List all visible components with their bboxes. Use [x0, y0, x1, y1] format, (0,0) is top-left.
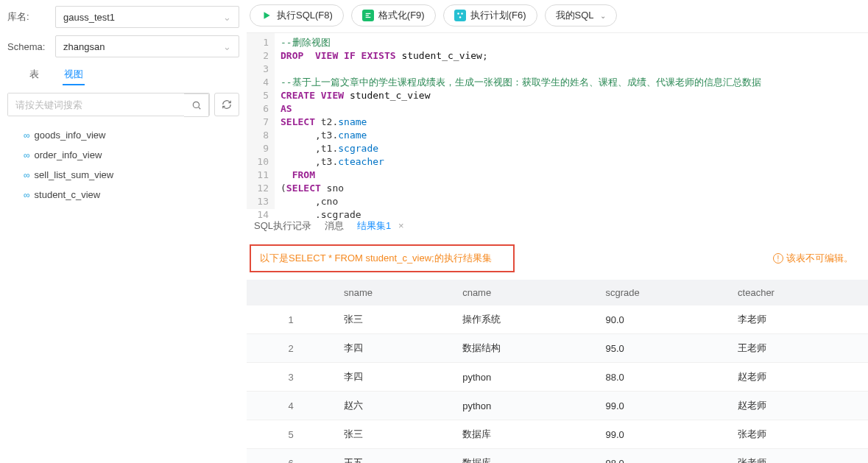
run-sql-label: 执行SQL(F8)	[277, 9, 333, 22]
editor-gutter: 1234567891011121314	[247, 33, 275, 209]
column-cname[interactable]: cname	[454, 280, 596, 305]
run-sql-button[interactable]: 执行SQL(F8)	[250, 4, 344, 26]
cell-scgrade: 98.0	[596, 449, 729, 464]
cell-index: 2	[247, 334, 335, 363]
tab-sql-history[interactable]: SQL执行记录	[254, 219, 311, 233]
refresh-button[interactable]	[214, 93, 239, 116]
result-notice: 以下是SELECT * FROM student_c_view;的执行结果集	[250, 244, 515, 272]
svg-point-0	[193, 102, 199, 107]
svg-point-8	[459, 16, 461, 18]
cell-cteacher: 赵老师	[729, 363, 868, 392]
column-index[interactable]	[247, 280, 335, 305]
view-icon: ∞	[24, 170, 30, 180]
cell-scgrade: 99.0	[596, 392, 729, 420]
cell-index: 6	[247, 449, 335, 464]
format-button[interactable]: 格式化(F9)	[351, 4, 436, 26]
tree-item-label: student_c_view	[35, 189, 101, 200]
sidebar: 库名: gauss_test1 ⌄ Schema: zhangsan ⌄ 表 视…	[0, 0, 247, 463]
view-icon: ∞	[24, 130, 30, 141]
cell-cteacher: 张老师	[729, 449, 868, 464]
cell-cname: 数据库	[454, 449, 596, 464]
tab-result-set-1[interactable]: 结果集1 ×	[357, 219, 403, 233]
play-icon	[261, 10, 272, 21]
tab-messages[interactable]: 消息	[325, 219, 344, 233]
db-select-value: gauss_test1	[63, 12, 115, 23]
tab-view[interactable]: 视图	[63, 65, 85, 85]
table-row[interactable]: 3 李四 python 88.0 赵老师	[247, 363, 868, 392]
cell-cname: 数据库	[454, 420, 596, 449]
db-label: 库名:	[7, 10, 55, 24]
chevron-down-icon: ⌄	[600, 12, 606, 20]
close-icon[interactable]: ×	[398, 220, 404, 231]
search-input[interactable]	[8, 93, 184, 116]
table-row[interactable]: 5 张三 数据库 99.0 张老师	[247, 420, 868, 449]
cell-cteacher: 赵老师	[729, 392, 868, 420]
cell-index: 3	[247, 363, 335, 392]
cell-cname: python	[454, 392, 596, 420]
sql-editor[interactable]: 1234567891011121314 --删除视图DROP VIEW IF E…	[247, 32, 868, 209]
search-box	[7, 93, 210, 116]
format-icon	[362, 10, 374, 21]
cell-sname: 李四	[335, 363, 454, 392]
column-sname[interactable]: sname	[335, 280, 454, 305]
readonly-warning: ! 该表不可编辑。	[773, 252, 853, 265]
svg-point-7	[461, 13, 463, 15]
my-sql-label: 我的SQL	[556, 9, 594, 22]
tree-item[interactable]: ∞student_c_view	[21, 185, 239, 205]
svg-marker-2	[264, 12, 270, 18]
cell-cname: python	[454, 363, 596, 392]
cell-sname: 李四	[335, 334, 454, 363]
table-row[interactable]: 1 张三 操作系统 90.0 李老师	[247, 305, 868, 334]
refresh-icon	[222, 99, 232, 110]
warning-icon: !	[773, 253, 783, 264]
svg-point-6	[457, 13, 459, 15]
cell-scgrade: 95.0	[596, 334, 729, 363]
view-icon: ∞	[24, 190, 30, 200]
table-row[interactable]: 2 李四 数据结构 95.0 王老师	[247, 334, 868, 363]
readonly-warning-text: 该表不可编辑。	[786, 252, 853, 265]
cell-cteacher: 张老师	[729, 420, 868, 449]
explain-plan-button[interactable]: 执行计划(F6)	[443, 4, 537, 26]
tree-item[interactable]: ∞order_info_view	[21, 145, 239, 165]
format-label: 格式化(F9)	[378, 9, 425, 22]
db-select[interactable]: gauss_test1 ⌄	[55, 6, 239, 28]
cell-sname: 赵六	[335, 392, 454, 420]
tree-item[interactable]: ∞sell_list_sum_view	[21, 165, 239, 185]
cell-index: 5	[247, 420, 335, 449]
editor-code[interactable]: --删除视图DROP VIEW IF EXISTS student_c_view…	[275, 33, 868, 209]
cell-scgrade: 90.0	[596, 305, 729, 334]
my-sql-button[interactable]: 我的SQL ⌄	[545, 4, 617, 26]
search-button[interactable]	[184, 93, 209, 117]
result-table: sname cname scgrade cteacher 1 张三 操作系统 9…	[247, 280, 868, 463]
svg-line-1	[198, 107, 200, 110]
cell-cname: 数据结构	[454, 334, 596, 363]
toolbar: 执行SQL(F8) 格式化(F9) 执行计划(F6) 我的SQL ⌄	[247, 4, 868, 32]
tree-item-label: sell_list_sum_view	[35, 169, 114, 180]
main: 执行SQL(F8) 格式化(F9) 执行计划(F6) 我的SQL ⌄ 1234	[247, 0, 868, 463]
tab-result-label: 结果集1	[357, 220, 391, 231]
schema-select[interactable]: zhangsan ⌄	[55, 35, 239, 57]
cell-cteacher: 王老师	[729, 334, 868, 363]
tree-item-label: goods_info_view	[35, 130, 106, 141]
cell-sname: 张三	[335, 420, 454, 449]
chevron-down-icon: ⌄	[223, 12, 231, 23]
search-icon	[191, 100, 202, 110]
table-row[interactable]: 4 赵六 python 99.0 赵老师	[247, 392, 868, 420]
tree-item[interactable]: ∞goods_info_view	[21, 125, 239, 145]
cell-scgrade: 99.0	[596, 420, 729, 449]
schema-select-value: zhangsan	[63, 41, 105, 52]
cell-scgrade: 88.0	[596, 363, 729, 392]
cell-sname: 王五	[335, 449, 454, 464]
view-tree: ∞goods_info_view ∞order_info_view ∞sell_…	[7, 125, 239, 205]
result-notice-row: 以下是SELECT * FROM student_c_view;的执行结果集 !…	[247, 240, 868, 280]
cell-index: 4	[247, 392, 335, 420]
plan-icon	[454, 10, 466, 21]
column-cteacher[interactable]: cteacher	[729, 280, 868, 305]
cell-index: 1	[247, 305, 335, 334]
table-row[interactable]: 6 王五 数据库 98.0 张老师	[247, 449, 868, 464]
result-tabs: SQL执行记录 消息 结果集1 ×	[247, 209, 868, 240]
column-scgrade[interactable]: scgrade	[596, 280, 729, 305]
tab-table[interactable]: 表	[28, 65, 40, 85]
view-icon: ∞	[24, 150, 30, 160]
cell-cname: 操作系统	[454, 305, 596, 334]
